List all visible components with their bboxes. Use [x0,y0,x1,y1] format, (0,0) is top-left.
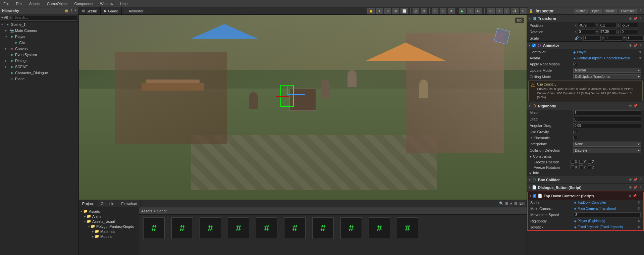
list-item[interactable]: # [197,216,224,246]
menu-file[interactable]: File [2,2,11,6]
transform-options-icon[interactable]: ⚙ [629,17,632,20]
box-collider-header[interactable]: ▾ ⬡ Box Collider ⚙ 📌 ⋮ [527,176,644,184]
list-item[interactable]: # [141,216,167,246]
tree-item-anim[interactable]: ▸ 📁 Anim [80,214,138,219]
avatar-value[interactable]: ★ FantasyKingdom_CharactersAvatar [573,56,637,60]
tree-item-materials[interactable]: ▸ 📁 Materials [80,229,138,234]
tdc-options-icon[interactable]: ⚙ [628,194,631,198]
global-btn[interactable]: ⊕ [421,8,427,14]
menu-window[interactable]: Window [99,2,114,6]
freeze-pos-y-checkbox[interactable] [579,160,583,164]
tab-game[interactable]: ▶ Game [101,7,122,14]
menu-component[interactable]: Component [73,2,95,6]
drag-input[interactable] [573,117,641,122]
pivot-btn[interactable]: ◎ [413,8,419,14]
scale-z-input[interactable] [626,36,644,41]
hierarchy-item-scene[interactable]: ▸ ◆ SCENE [0,64,78,70]
tree-item-assets-visual[interactable]: ▾ 📁 Assets_visual [80,219,138,224]
dialogue-button-more-icon[interactable]: ⋮ [639,186,642,189]
avatar-settings-icon[interactable]: ⚙ [638,56,641,60]
list-item[interactable]: # [281,216,308,246]
box-collider-more-icon[interactable]: ⋮ [639,178,642,182]
menu-assets[interactable]: Assets [28,2,42,6]
grid-btn[interactable]: ⊞ [432,8,438,14]
controller-settings-icon[interactable]: ⚙ [638,50,641,54]
hierarchy-lock-icon[interactable]: 🔒 [64,9,68,12]
animator-more-icon[interactable]: ⋮ [639,44,642,47]
tdc-more-icon[interactable]: ⋮ [638,194,641,198]
hierarchy-item-canvas[interactable]: ▸ ▭ Canvas [0,46,78,52]
box-collider-options-icon[interactable]: ⚙ [629,178,632,182]
view-btn[interactable]: 👁 [448,8,455,14]
breadcrumb-script[interactable]: Script [157,209,166,213]
dialogue-button-options-icon[interactable]: ⚙ [629,186,632,189]
dialogue-button-header[interactable]: ▾ 📄 Dialogue_Button (Script) ⚙ 📌 ⋮ [527,184,644,191]
select-button[interactable]: Select [604,9,617,13]
bottom-icon-1[interactable]: ⊞ [505,201,508,206]
hierarchy-item-dialogs[interactable]: ▸ ◆ Dialogs [0,58,78,64]
freeze-pos-x-checkbox[interactable] [571,160,574,164]
menu-help[interactable]: Help [118,2,129,6]
tdc-script-value[interactable]: ◈ TopDownController [574,201,636,204]
rigidbody-pin-icon[interactable]: 📌 [633,104,637,108]
list-item[interactable]: # [225,216,252,246]
tdc-script-settings-icon[interactable]: ⚙ [638,201,641,204]
rot-x-input[interactable] [578,29,595,34]
rigidbody-more-icon[interactable]: ⋮ [639,104,642,108]
play-btn[interactable]: ▶ [459,8,466,14]
tdc-camera-settings-icon[interactable]: ⚙ [638,207,641,210]
move-tool-btn[interactable]: ✛ [376,8,383,14]
menu-edit[interactable]: Edit [15,2,24,6]
freeze-rot-z-checkbox[interactable] [588,165,591,169]
2d-btn[interactable]: 2D [487,8,495,14]
pause-btn[interactable]: ⏸ [467,8,474,14]
hierarchy-item-eventsystem[interactable]: ◆ EventSystem [0,52,78,58]
tdc-movement-speed-input[interactable] [574,212,641,217]
tab-console[interactable]: Console [97,200,118,207]
list-item[interactable]: # [253,216,280,246]
hierarchy-item-main-camera[interactable]: ▸ 📷 Main Camera [0,28,78,34]
controller-value[interactable]: ◈ Player [573,50,637,54]
list-item[interactable]: # [338,216,365,246]
angular-drag-input[interactable] [573,123,641,128]
list-item[interactable]: # [394,216,421,246]
tdc-joystick-value[interactable]: ◈ Fixed Joystick (Fixed Joystick) [574,225,636,229]
animator-pin-icon[interactable]: 📌 [633,44,637,47]
animator-options-icon[interactable]: ⚙ [629,44,632,47]
step-btn[interactable]: ⏭ [475,8,482,14]
use-gravity-checkbox[interactable]: ✓ [573,130,577,134]
freeze-rot-y-checkbox[interactable] [579,165,583,169]
bottom-icon-2[interactable]: ★ [509,201,513,206]
hierarchy-item-char-dialogue[interactable]: ◆ Character_Dialogue [0,70,78,76]
snap-btn[interactable]: ⊞ [440,8,446,14]
tdc-rigidbody-value[interactable]: ◈ Player (Rigidbody) [574,219,636,223]
inspector-more-icon[interactable]: ⋮ [639,9,642,13]
tab-animator[interactable]: ~ Animator [122,7,147,14]
rigidbody-header[interactable]: ▾ ⬡ Rigidbody ⚙ 📌 ⋮ [527,102,644,110]
tdc-pin-icon[interactable]: 📌 [633,194,637,198]
tab-project[interactable]: Project [79,200,97,207]
pos-z-input[interactable] [621,23,638,28]
tree-item-models[interactable]: ▸ 📁 Models [80,234,138,239]
inspector-lock-icon[interactable]: 🔒 [529,9,533,13]
menu-gameobject[interactable]: GameObject [46,2,69,6]
fx-btn[interactable]: ✨ [511,8,519,14]
constraints-header[interactable]: ▾ Constraints [527,154,644,159]
tdc-joystick-settings-icon[interactable]: ⚙ [638,225,641,229]
hierarchy-scene-root[interactable]: ▾ ■ Scene_1 [0,21,78,28]
scale-tool-btn[interactable]: ⊞ [392,8,399,14]
apply-root-motion-checkbox[interactable]: ✓ [573,62,577,66]
scale-lock-icon[interactable]: 🔗 [575,36,579,40]
update-mode-dropdown[interactable]: Normal ▾ [573,68,641,73]
hierarchy-item-player[interactable]: ▾ ◆ Player [0,34,78,40]
hierarchy-item-plane[interactable]: ▭ Plane [0,76,78,82]
mass-input[interactable] [573,110,641,115]
animator-enabled-checkbox[interactable] [532,44,536,47]
rect-tool-btn[interactable]: ⬜ [400,8,408,14]
rotate-tool-btn[interactable]: ↺ [384,8,391,14]
scale-x-input[interactable] [583,36,601,41]
hierarchy-more-icon[interactable]: ⋮ [70,9,73,12]
dialogue-button-pin-icon[interactable]: 📌 [633,186,637,189]
tree-item-polygon[interactable]: ▾ 📁 PolygonFantasyKingdo [80,224,138,229]
list-item[interactable]: # [310,216,336,246]
